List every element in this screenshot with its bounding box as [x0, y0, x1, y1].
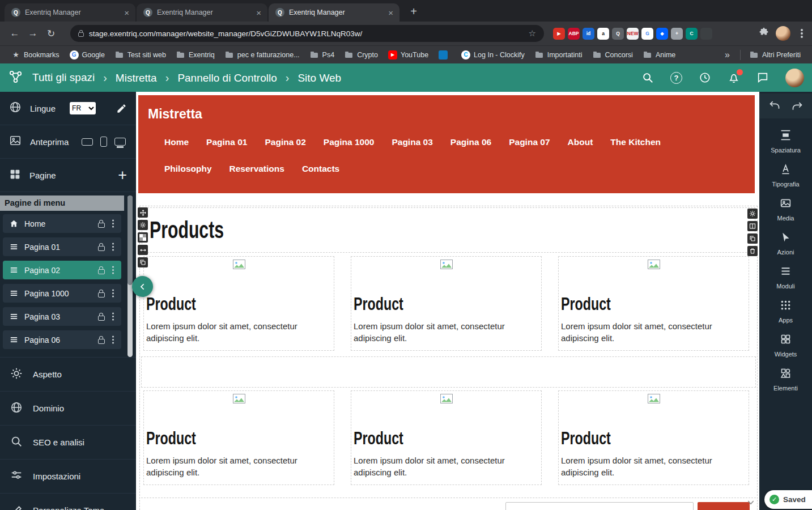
preview-landscape-icon[interactable]: [82, 138, 93, 146]
tool-tipografia[interactable]: Tipografia: [759, 158, 812, 192]
move-handle-icon[interactable]: [138, 207, 148, 218]
extension-icon[interactable]: ABP: [568, 28, 580, 40]
columns-handle-icon[interactable]: [747, 221, 758, 231]
tool-azioni[interactable]: Azioni: [759, 226, 812, 260]
edit-languages-icon[interactable]: [116, 103, 127, 114]
lock-icon[interactable]: [98, 316, 105, 321]
bookmark-item[interactable]: YouTube: [384, 49, 433, 61]
extension-icon[interactable]: ◆: [656, 28, 668, 40]
breadcrumb-item[interactable]: Sito Web: [277, 71, 341, 84]
more-options-icon[interactable]: [112, 292, 114, 295]
page-item[interactable]: Pagina 06: [3, 330, 121, 349]
site-nav-link[interactable]: Pagina 06: [450, 137, 491, 147]
other-bookmarks-folder[interactable]: Altri Preferiti: [745, 49, 805, 61]
form-input[interactable]: [505, 502, 694, 510]
page-item[interactable]: Pagina 01: [3, 237, 121, 256]
products-module[interactable]: Products Product Lorem ipsum dolor sit a…: [139, 206, 758, 510]
scrollbar-thumb[interactable]: [127, 196, 133, 285]
bookmark-item[interactable]: pec e fatturazione...: [220, 49, 304, 61]
new-tab-button[interactable]: +: [406, 4, 421, 19]
more-options-icon[interactable]: [112, 246, 114, 248]
browser-profile-avatar[interactable]: [776, 26, 790, 41]
site-nav-link[interactable]: The Kitchen: [610, 137, 661, 147]
duplicate-handle-icon[interactable]: [138, 257, 148, 267]
extension-icon[interactable]: ▶: [553, 28, 565, 40]
reload-button[interactable]: ↻: [42, 25, 60, 42]
page-item[interactable]: Pagina 03: [3, 307, 121, 326]
product-card[interactable]: Product Lorem ipsum dolor sit amet, cons…: [143, 256, 334, 351]
bookmarks-overflow-chevron[interactable]: »: [719, 50, 736, 60]
browser-tab[interactable]: Q Exentriq Manager ×: [269, 3, 399, 22]
sidebar-item-impostazioni[interactable]: Impostazioni: [0, 459, 136, 493]
bookmark-item[interactable]: Bookmarks: [7, 49, 64, 61]
empty-row-placeholder[interactable]: [141, 356, 756, 388]
site-nav-link[interactable]: Pagina 1000: [324, 137, 375, 147]
background-handle-icon[interactable]: [138, 232, 148, 243]
breadcrumb-item[interactable]: Pannello di Controllo: [157, 71, 277, 84]
notifications-bell-icon[interactable]: [728, 71, 740, 84]
extension-icon[interactable]: a: [597, 28, 609, 40]
address-bar[interactable]: stage.exentriq.com/manager/website_manag…: [70, 25, 544, 42]
breadcrumb-item[interactable]: Tutti gli spazi: [32, 71, 95, 84]
sidebar-item-personalizza-tema[interactable]: Personalizza Tema: [0, 493, 136, 510]
page-item[interactable]: Home: [3, 214, 121, 233]
tool-spaziatura[interactable]: Spaziatura: [759, 124, 812, 158]
site-nav-link[interactable]: About: [568, 137, 593, 147]
tab-close-icon[interactable]: ×: [254, 8, 263, 18]
extension-icon[interactable]: id: [583, 28, 594, 40]
form-submit-button[interactable]: [698, 502, 750, 510]
chat-icon[interactable]: [756, 71, 769, 84]
more-options-icon[interactable]: [112, 316, 114, 318]
breadcrumb-item[interactable]: Mistretta: [95, 71, 157, 84]
lock-icon[interactable]: [98, 223, 105, 228]
bookmark-item[interactable]: Google: [65, 49, 109, 61]
site-nav-link[interactable]: Philosophy: [164, 164, 212, 174]
site-nav-link[interactable]: Pagina 07: [509, 137, 550, 147]
forward-button[interactable]: →: [24, 25, 42, 42]
product-card[interactable]: Product Lorem ipsum dolor sit amet, cons…: [558, 256, 749, 351]
page-item[interactable]: Pagina 02: [3, 261, 121, 279]
delete-handle-icon[interactable]: [747, 246, 758, 256]
bookmark-item[interactable]: Importatinti: [530, 49, 587, 61]
lock-icon[interactable]: [98, 246, 105, 251]
collapse-sidebar-button[interactable]: [132, 276, 153, 297]
back-button[interactable]: ←: [6, 25, 24, 42]
help-icon[interactable]: ?: [670, 72, 682, 84]
site-nav-link[interactable]: Pagina 01: [206, 137, 247, 147]
site-nav-link[interactable]: Contacts: [302, 164, 339, 174]
tool-widgets[interactable]: Widgets: [759, 328, 812, 362]
lock-icon[interactable]: [98, 339, 105, 344]
bookmark-item[interactable]: Concorsi: [588, 49, 637, 61]
settings-handle-icon[interactable]: [747, 209, 758, 219]
tool-moduli[interactable]: Moduli: [759, 260, 812, 294]
scroll-down-indicator[interactable]: [747, 498, 755, 508]
extension-icon[interactable]: G: [641, 28, 653, 40]
bookmark-item[interactable]: Anime: [639, 49, 680, 61]
browser-tab[interactable]: Q Exentriq Manager ×: [5, 3, 135, 22]
module-title-block[interactable]: Products: [142, 207, 755, 253]
settings-handle-icon[interactable]: [138, 220, 148, 230]
redo-button[interactable]: [792, 101, 803, 111]
extension-icon[interactable]: +: [671, 28, 683, 40]
search-icon[interactable]: [641, 71, 654, 84]
history-clock-icon[interactable]: [699, 71, 711, 84]
page-item[interactable]: Pagina 1000: [3, 284, 121, 303]
site-nav-link[interactable]: Reservations: [229, 164, 284, 174]
tab-close-icon[interactable]: ×: [386, 8, 395, 18]
extensions-puzzle-icon[interactable]: [759, 27, 769, 40]
more-options-icon[interactable]: [112, 223, 114, 225]
site-nav-link[interactable]: Pagina 02: [265, 137, 305, 147]
extension-icon[interactable]: C: [686, 28, 698, 40]
add-page-button[interactable]: +: [118, 168, 127, 183]
bookmark-item[interactable]: Crypto: [340, 49, 382, 61]
product-card[interactable]: Product Lorem ipsum dolor sit amet, cons…: [351, 256, 542, 351]
sidebar-item-dominio[interactable]: Dominio: [0, 391, 136, 425]
lock-icon[interactable]: [98, 269, 105, 274]
preview-desktop-icon[interactable]: [114, 138, 126, 146]
bookmark-item[interactable]: Test siti web: [110, 49, 171, 61]
extension-icon[interactable]: [700, 28, 712, 40]
user-avatar[interactable]: [785, 69, 804, 87]
browser-menu-icon[interactable]: [801, 32, 803, 35]
bookmark-star-icon[interactable]: ☆: [529, 28, 536, 39]
bookmark-item[interactable]: [434, 49, 456, 61]
